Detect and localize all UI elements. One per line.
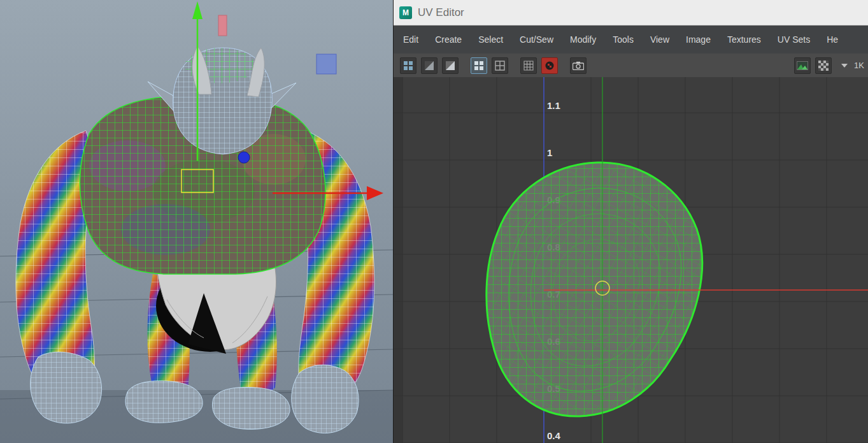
menu-view[interactable]: View [642,25,678,54]
menu-tools[interactable]: Tools [604,25,642,54]
uv-grid-left-strip [394,77,402,443]
viewport-3d[interactable] [0,0,393,443]
uv-editor-toolbar: 1K [394,54,868,77]
texture-size-label[interactable]: 1K [854,61,868,70]
menu-select[interactable]: Select [470,25,511,54]
menu-uv-sets[interactable]: UV Sets [769,25,818,54]
uv-snapshot-camera-icon[interactable] [570,57,587,74]
image-display-icon[interactable] [794,57,811,74]
menu-textures[interactable]: Textures [719,25,769,54]
tile-layout-icon[interactable] [400,57,416,74]
plane-handle-pink[interactable] [218,15,227,36]
grid-tiles-icon[interactable] [492,57,508,74]
svg-text:1: 1 [547,147,552,158]
uv-canvas[interactable]: 1.1 1 0.9 0.8 0.7 0.6 0.5 0.4 [394,77,868,443]
pixel-grid-icon[interactable] [520,57,537,74]
brighten-image-icon[interactable] [442,57,459,74]
svg-text:0.4: 0.4 [547,430,561,441]
maya-logo-icon: M [399,6,412,19]
checkered-tiles-toggle-icon[interactable] [541,57,558,74]
menu-create[interactable]: Create [427,25,470,54]
menu-help[interactable]: He [818,25,846,54]
grid-tiles-active-icon[interactable] [471,57,487,74]
uv-editor-titlebar: M UV Editor [394,0,868,25]
plane-handle-blue[interactable] [317,54,336,74]
menu-cut-sew[interactable]: Cut/Sew [511,25,562,54]
maya-workspace: M UV Editor Edit Create Select Cut/Sew M… [0,0,868,443]
maya-logo-letter: M [402,8,409,17]
panel-title: UV Editor [418,6,464,19]
manipulator-center-sphere[interactable] [238,152,250,163]
chevron-down-icon[interactable] [841,64,848,68]
menu-modify[interactable]: Modify [562,25,604,54]
dim-image-icon[interactable] [421,57,438,74]
svg-text:1.1: 1.1 [547,100,560,111]
uv-editor-panel: M UV Editor Edit Create Select Cut/Sew M… [393,0,868,443]
menu-image[interactable]: Image [678,25,719,54]
uv-editor-menubar: Edit Create Select Cut/Sew Modify Tools … [394,25,868,54]
checker-map-icon[interactable] [815,57,832,74]
menu-edit[interactable]: Edit [395,25,427,54]
